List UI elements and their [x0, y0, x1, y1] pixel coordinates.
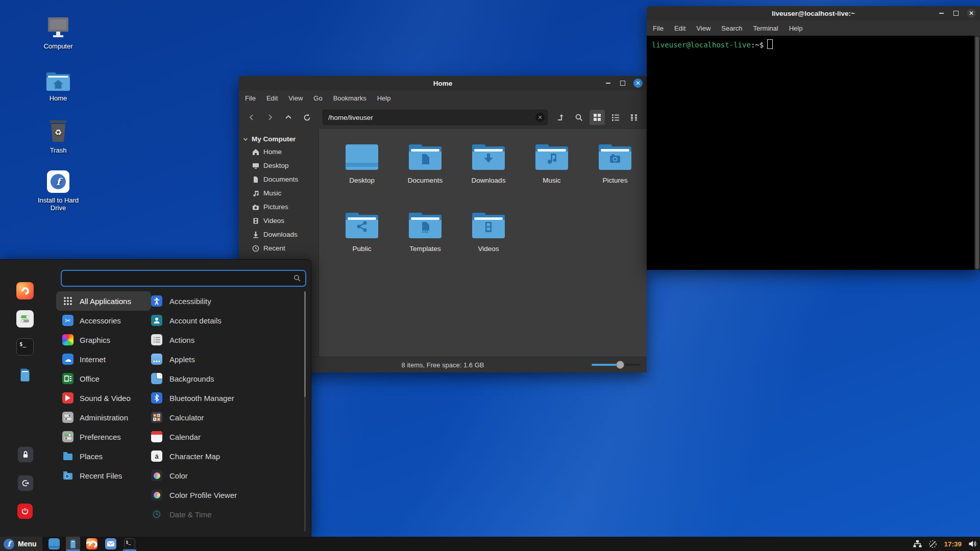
category-administration[interactable]: Administration [56, 408, 151, 427]
menu-bookmarks[interactable]: Bookmarks [333, 94, 366, 102]
sidebar-item-videos[interactable]: Videos [239, 214, 318, 228]
app-calendar[interactable]: Calendar [151, 427, 302, 446]
launcher-mail[interactable] [104, 537, 118, 551]
zoom-slider[interactable] [592, 361, 641, 369]
logout-icon[interactable] [17, 475, 34, 491]
power-icon[interactable] [17, 504, 33, 519]
sidebar-item-pictures[interactable]: Pictures [239, 200, 318, 214]
minimize-button[interactable] [604, 79, 612, 87]
menu-edit[interactable]: Edit [674, 24, 685, 32]
forward-icon[interactable] [262, 110, 278, 125]
category-places[interactable]: Places [56, 446, 151, 466]
app-applets[interactable]: Applets [151, 349, 302, 369]
category-preferences[interactable]: Preferences [56, 427, 151, 446]
menu-go[interactable]: Go [313, 94, 322, 102]
menu-file[interactable]: File [245, 94, 256, 102]
terminal-titlebar[interactable]: liveuser@localhost-live:~ ✕ [647, 6, 980, 20]
clear-path-icon[interactable]: ✕ [535, 113, 545, 122]
sidebar-item-music[interactable]: Music [239, 186, 318, 200]
launcher-firefox[interactable] [85, 537, 99, 551]
search-input[interactable] [62, 271, 305, 286]
path-input[interactable] [323, 110, 548, 125]
sidebar-item-documents[interactable]: Documents [239, 172, 318, 186]
folder-templates[interactable]: Templates [394, 206, 457, 274]
menu-button[interactable]: f Menu [0, 537, 42, 551]
task-file-manager[interactable] [66, 537, 80, 551]
folder-public[interactable]: Public [330, 206, 394, 274]
category-sound-video[interactable]: Sound & Video [56, 388, 151, 408]
category-office[interactable]: Office [56, 369, 151, 388]
category-recent-files[interactable]: Recent Files [56, 466, 151, 485]
menu-help[interactable]: Help [789, 24, 803, 32]
folder-music[interactable]: Music [520, 137, 583, 206]
slider-handle[interactable] [616, 361, 624, 369]
fm-file-view[interactable]: Desktop Documents Downloads [319, 129, 647, 357]
icon-view-icon[interactable] [590, 110, 605, 125]
settings-toggles-icon[interactable] [16, 310, 34, 328]
terminal-icon[interactable]: $_ [16, 338, 34, 356]
app-calculator[interactable]: Calculator [151, 408, 302, 427]
show-desktop-button[interactable] [47, 537, 61, 551]
maximize-button[interactable] [952, 9, 960, 17]
back-icon[interactable] [244, 110, 259, 125]
folder-pictures[interactable]: Pictures [583, 137, 647, 206]
folder-downloads[interactable]: Downloads [457, 137, 520, 206]
menu-terminal[interactable]: Terminal [753, 24, 778, 32]
compact-view-icon[interactable] [626, 110, 642, 125]
category-internet[interactable]: ☁ Internet [56, 349, 151, 369]
sidebar-group-my-computer[interactable]: My Computer [239, 133, 318, 145]
sidebar-item-home[interactable]: Home [239, 145, 318, 159]
app-list-scrollbar[interactable] [304, 291, 306, 532]
app-color-profile-viewer[interactable]: Color Profile Viewer [151, 485, 302, 505]
menu-edit[interactable]: Edit [266, 94, 278, 102]
reload-icon[interactable] [299, 110, 314, 125]
app-character-map[interactable]: á Character Map [151, 446, 302, 466]
fm-titlebar[interactable]: Home ✕ [239, 76, 647, 90]
menu-view[interactable]: View [288, 94, 303, 102]
app-accessibility[interactable]: Accessibility [151, 291, 302, 311]
clock[interactable]: 17:39 [944, 540, 962, 548]
up-icon[interactable] [281, 110, 296, 125]
desktop-icon-trash[interactable]: ♻ Trash [30, 118, 87, 154]
app-color[interactable]: Color [151, 466, 302, 485]
category-all-applications[interactable]: All Applications [56, 291, 151, 311]
app-date-time[interactable]: Date & Time [151, 505, 302, 524]
desktop-icon-install[interactable]: f Install to Hard Drive [30, 168, 87, 212]
folder-documents[interactable]: Documents [394, 137, 457, 206]
file-manager-icon[interactable] [16, 366, 34, 384]
terminal-output[interactable]: liveuser@localhost-live:~$ [647, 36, 980, 270]
notifications-off-icon[interactable] [928, 540, 937, 548]
close-button[interactable]: ✕ [967, 9, 976, 18]
list-view-icon[interactable] [608, 110, 623, 125]
app-backgrounds[interactable]: Backgrounds [151, 369, 302, 388]
folder-desktop[interactable]: Desktop [330, 137, 394, 206]
sidebar-item-recent[interactable]: Recent [239, 241, 318, 255]
minimize-button[interactable] [937, 9, 945, 17]
menu-view[interactable]: View [696, 24, 710, 32]
lock-icon[interactable] [17, 446, 34, 463]
category-graphics[interactable]: Graphics [56, 330, 151, 349]
category-accessories[interactable]: ✂ Accessories [56, 311, 151, 330]
desktop-icon-home[interactable]: Home [30, 66, 87, 102]
firefox-icon[interactable] [16, 282, 34, 299]
desktop-icon-label: Install to Hard Drive [30, 196, 87, 212]
sidebar-item-desktop[interactable]: Desktop [239, 159, 318, 172]
close-button[interactable]: ✕ [633, 79, 643, 88]
jump-icon[interactable] [553, 110, 568, 125]
menu-search[interactable]: Search [721, 24, 742, 32]
app-bluetooth-manager[interactable]: Bluetooth Manager [151, 388, 302, 408]
task-terminal[interactable]: $_ [122, 537, 137, 551]
menu-file[interactable]: File [653, 24, 664, 32]
terminal-scrollbar[interactable] [974, 36, 980, 270]
folder-videos[interactable]: Videos [457, 206, 520, 274]
volume-icon[interactable] [968, 540, 977, 548]
menu-help[interactable]: Help [377, 94, 391, 102]
app-account-details[interactable]: Account details [151, 311, 302, 330]
sidebar-item-downloads[interactable]: Downloads [239, 228, 318, 241]
network-icon[interactable] [913, 540, 922, 548]
search-icon[interactable] [571, 110, 586, 125]
maximize-button[interactable] [619, 79, 627, 87]
desktop-icon-computer[interactable]: Computer [30, 14, 87, 50]
app-actions[interactable]: Actions [151, 330, 302, 349]
list-icon [151, 334, 162, 345]
